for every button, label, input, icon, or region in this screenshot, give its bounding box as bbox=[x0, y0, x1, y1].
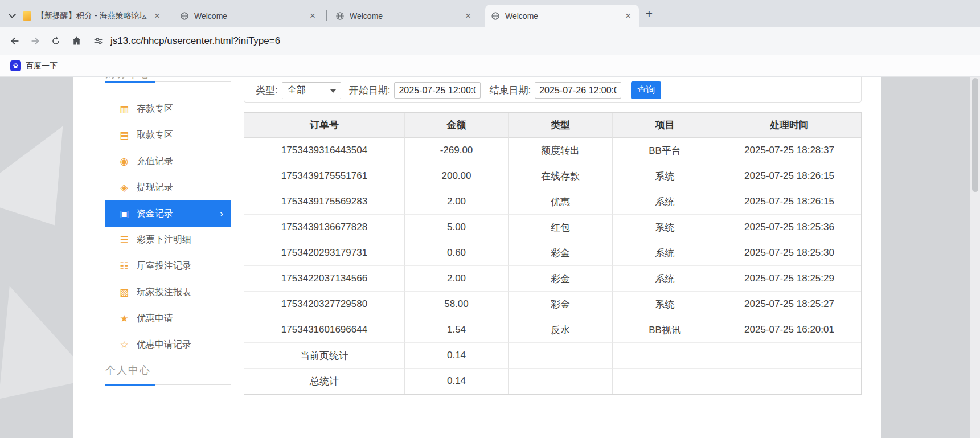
site-settings-icon bbox=[92, 35, 105, 47]
navigation-bar: js13.cc/hhcp/usercenter.html?iniType=6 bbox=[0, 27, 980, 55]
sidebar-item-label: 优惠申请记录 bbox=[137, 339, 191, 351]
column-header: 类型 bbox=[509, 113, 613, 138]
sidebar-item-label: 存款专区 bbox=[137, 103, 173, 115]
start-date-input[interactable] bbox=[394, 82, 481, 99]
order-id: 1753422037134566 bbox=[244, 266, 405, 292]
project: 系统 bbox=[613, 240, 717, 266]
tab-separator bbox=[482, 10, 482, 21]
amount: 1.54 bbox=[405, 317, 509, 343]
sidebar-item-withdraw-records[interactable]: ◈ 提现记录 bbox=[105, 174, 231, 200]
empty-cell bbox=[509, 343, 613, 369]
sidebar-item-withdraw[interactable]: ▤ 取款专区 bbox=[105, 122, 231, 148]
sidebar-item-label: 厅室投注记录 bbox=[137, 260, 191, 272]
type: 额度转出 bbox=[509, 138, 613, 163]
tab-search-button[interactable] bbox=[6, 9, 18, 22]
site-panel: 财务中心 ▦ 存款专区 ▤ 取款专区 ◉ 充值记录 ◈ 提现记录 bbox=[73, 77, 881, 438]
globe-icon bbox=[491, 11, 500, 21]
column-header: 处理时间 bbox=[717, 113, 861, 138]
sidebar-item-player-report[interactable]: ▧ 玩家投注报表 bbox=[105, 279, 231, 305]
amount: 200.00 bbox=[405, 163, 509, 189]
project: 系统 bbox=[613, 215, 717, 240]
search-button[interactable]: 查询 bbox=[631, 81, 661, 99]
tab-separator bbox=[326, 10, 327, 21]
sidebar-item-deposit[interactable]: ▦ 存款专区 bbox=[105, 96, 231, 122]
sidebar-section-finance: 财务中心 bbox=[105, 77, 231, 81]
scrollbar-thumb[interactable] bbox=[972, 78, 978, 192]
baidu-icon bbox=[10, 60, 21, 71]
sidebar-item-label: 提现记录 bbox=[137, 182, 173, 194]
filter-bar: 类型: 全部 开始日期: 结束日期: 查询 bbox=[244, 77, 862, 103]
empty-cell bbox=[613, 369, 717, 394]
end-date-input[interactable] bbox=[535, 82, 621, 99]
processed-time: 2025-07-25 18:25:27 bbox=[717, 292, 861, 317]
url-text[interactable]: js13.cc/hhcp/usercenter.html?iniType=6 bbox=[110, 35, 280, 47]
tab-welcome-active[interactable]: Welcome × bbox=[485, 5, 639, 27]
new-tab-button[interactable]: + bbox=[642, 7, 656, 21]
sidebar-section-personal: 个人中心 bbox=[105, 363, 231, 377]
page-total-label: 当前页统计 bbox=[244, 343, 405, 369]
tab-welcome-1[interactable]: Welcome × bbox=[174, 5, 323, 27]
order-id: 1753439175569283 bbox=[244, 189, 405, 215]
sidebar-item-hall-bets[interactable]: ☷ 厅室投注记录 bbox=[105, 253, 231, 279]
deposit-icon: ▦ bbox=[119, 103, 129, 115]
amount: 58.00 bbox=[405, 292, 509, 317]
browser-window: 【新提醒】积分 - 海燕策略论坛 × Welcome × Welcome × W… bbox=[0, 0, 980, 438]
sidebar-item-lottery-bets[interactable]: ☰ 彩票下注明细 bbox=[105, 227, 231, 253]
withdraw-icon: ▤ bbox=[119, 129, 129, 141]
amount: -269.00 bbox=[405, 138, 509, 163]
reload-button[interactable] bbox=[46, 31, 66, 51]
empty-cell bbox=[717, 369, 861, 394]
home-button[interactable] bbox=[66, 31, 87, 51]
type-select[interactable]: 全部 bbox=[282, 82, 341, 99]
close-icon[interactable]: × bbox=[623, 10, 633, 21]
processed-time: 2025-07-25 18:25:29 bbox=[717, 266, 861, 292]
bookmark-baidu[interactable]: 百度一下 bbox=[6, 58, 62, 73]
scrollbar[interactable] bbox=[970, 77, 980, 438]
sidebar-item-promo-apply[interactable]: ★ 优惠申请 bbox=[105, 305, 231, 331]
project: 系统 bbox=[613, 266, 717, 292]
chevron-down-icon bbox=[330, 89, 336, 93]
tab-separator bbox=[171, 10, 171, 21]
sidebar-item-label: 彩票下注明细 bbox=[137, 234, 191, 246]
sidebar-item-label: 玩家投注报表 bbox=[137, 286, 191, 298]
page-content: 财务中心 ▦ 存款专区 ▤ 取款专区 ◉ 充值记录 ◈ 提现记录 bbox=[0, 77, 980, 438]
processed-time: 2025-07-25 18:28:37 bbox=[717, 138, 861, 163]
forward-icon bbox=[29, 35, 42, 47]
sidebar-item-promo-records[interactable]: ☆ 优惠申请记录 bbox=[105, 331, 231, 358]
type: 彩金 bbox=[509, 266, 613, 292]
document-icon bbox=[23, 11, 31, 21]
close-icon[interactable]: × bbox=[152, 10, 162, 21]
amount: 0.60 bbox=[405, 240, 509, 266]
type: 彩金 bbox=[509, 292, 613, 317]
amount: 2.00 bbox=[405, 189, 509, 215]
start-date-label: 开始日期: bbox=[349, 84, 391, 97]
order-id: 1753431601696644 bbox=[244, 317, 405, 343]
tab-title: 【新提醒】积分 - 海燕策略论坛 bbox=[36, 11, 147, 21]
address-bar[interactable]: js13.cc/hhcp/usercenter.html?iniType=6 bbox=[92, 35, 280, 47]
order-id: 1753420293179731 bbox=[244, 240, 405, 266]
forward-button[interactable] bbox=[25, 31, 46, 51]
sidebar-item-recharge-records[interactable]: ◉ 充值记录 bbox=[105, 148, 231, 174]
end-date-label: 结束日期: bbox=[489, 84, 531, 97]
grid-icon: ☷ bbox=[119, 260, 129, 272]
divider-accent bbox=[105, 81, 155, 83]
tab-welcome-2[interactable]: Welcome × bbox=[330, 5, 479, 27]
sidebar-item-funds-records[interactable]: ▣ 资金记录 › bbox=[105, 200, 231, 227]
type: 红包 bbox=[509, 215, 613, 240]
column-header: 金额 bbox=[405, 113, 509, 138]
empty-cell bbox=[717, 343, 861, 369]
chevron-down-icon bbox=[9, 11, 16, 18]
close-icon[interactable]: × bbox=[307, 10, 318, 21]
processed-time: 2025-07-25 18:25:36 bbox=[717, 215, 861, 240]
wallet-icon: ▣ bbox=[119, 208, 129, 220]
sidebar-menu: ▦ 存款专区 ▤ 取款专区 ◉ 充值记录 ◈ 提现记录 ▣ 资金记录 bbox=[105, 96, 231, 358]
globe-icon bbox=[180, 11, 189, 21]
close-icon[interactable]: × bbox=[463, 10, 473, 21]
back-button[interactable] bbox=[5, 31, 25, 51]
sidebar-item-label: 充值记录 bbox=[137, 155, 173, 167]
project: BB平台 bbox=[613, 138, 717, 163]
funds-table: 订单号 金额 类型 项目 处理时间 1753439316443504 -269.… bbox=[244, 112, 862, 395]
grand-total-amount: 0.14 bbox=[405, 369, 509, 394]
tab-title: Welcome bbox=[350, 11, 458, 21]
tab-forum[interactable]: 【新提醒】积分 - 海燕策略论坛 × bbox=[17, 5, 168, 27]
